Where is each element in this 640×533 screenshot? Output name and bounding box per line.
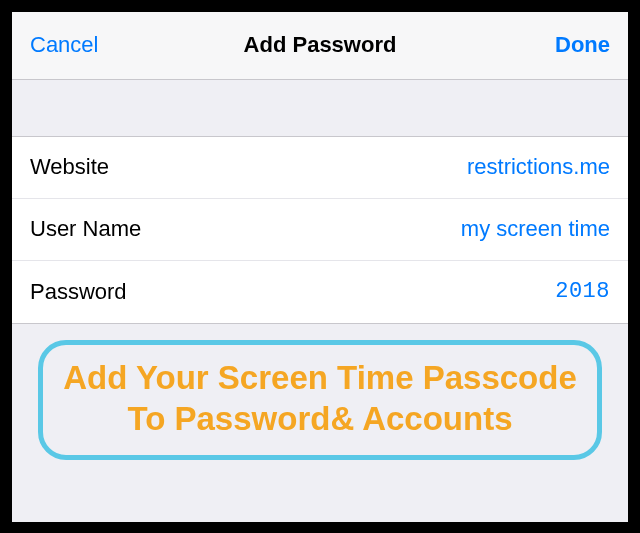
annotation-callout: Add Your Screen Time Passcode To Passwor… [38, 340, 602, 461]
done-button[interactable]: Done [530, 32, 610, 58]
section-spacer [12, 80, 628, 136]
website-row: Website [12, 137, 628, 199]
password-input[interactable] [345, 279, 610, 304]
annotation-text: Add Your Screen Time Passcode To Passwor… [63, 357, 577, 440]
password-label: Password [30, 279, 127, 305]
page-title: Add Password [110, 32, 530, 58]
website-input[interactable] [335, 154, 610, 180]
cancel-button[interactable]: Cancel [30, 32, 110, 58]
username-row: User Name [12, 199, 628, 261]
website-label: Website [30, 154, 109, 180]
username-input[interactable] [335, 216, 610, 242]
password-row: Password [12, 261, 628, 323]
navbar: Cancel Add Password Done [12, 12, 628, 80]
form-list: Website User Name Password [12, 136, 628, 324]
callout-container: Add Your Screen Time Passcode To Passwor… [12, 324, 628, 522]
username-label: User Name [30, 216, 141, 242]
add-password-screen: Cancel Add Password Done Website User Na… [12, 12, 628, 522]
